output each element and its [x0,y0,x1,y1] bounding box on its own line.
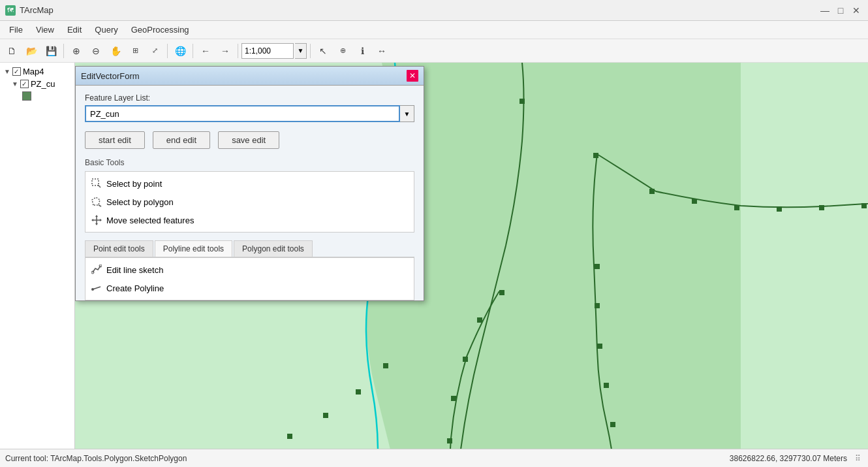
menu-bar: File View Edit Query GeoProcessing [0,21,868,39]
svg-marker-35 [91,219,93,221]
info-button[interactable]: ℹ [353,42,371,60]
end-edit-button[interactable]: end edit [153,131,210,149]
svg-rect-27 [356,389,361,395]
current-tool-label: Current tool: [5,454,48,463]
toolbar: 🗋 📂 💾 ⊕ ⊖ ✋ ⊞ ⤢ 🌐 ← → ▼ ↖ ⊕ ℹ ↔ [0,39,868,63]
move-icon [91,214,102,226]
feature-layer-dropdown-arrow[interactable]: ▼ [400,105,414,122]
expand-map4-icon[interactable]: ▼ [4,68,10,75]
zoom-dropdown-arrow[interactable]: ▼ [295,43,307,59]
svg-rect-4 [593,153,598,158]
menu-edit[interactable]: Edit [61,22,88,37]
select-button[interactable]: ↖ [314,42,332,60]
basic-tools-label: Basic Tools [85,158,414,167]
menu-view[interactable]: View [29,22,61,37]
pzcu-label: PZ_cu [31,79,55,89]
save-button[interactable]: 💾 [42,42,60,60]
point-edit-tab[interactable]: Point edit tools [85,240,153,257]
status-bar: Current tool: TArcMap.Tools.Polygon.Sket… [0,449,868,467]
svg-marker-33 [95,215,98,217]
minimize-button[interactable]: — [818,4,831,17]
zoom-out-button[interactable]: ⊖ [87,42,105,60]
select-by-point-label: Select by point [106,179,162,189]
separator-3 [193,44,193,58]
main-area: ▼ Map4 ▼ PZ_cu [0,63,868,449]
svg-point-38 [99,265,102,267]
zoom-input[interactable] [241,43,294,59]
menu-query[interactable]: Query [88,22,124,37]
status-handle-icon: ⠿ [852,453,863,464]
select-by-polygon-item[interactable]: Select by polygon [85,193,414,211]
menu-geoprocessing[interactable]: GeoProcessing [125,22,196,37]
status-coords: 38626822.66, 3297730.07 Meters [730,454,847,463]
start-edit-button[interactable]: start edit [85,131,145,149]
svg-line-30 [98,185,101,187]
svg-line-32 [99,205,101,206]
separator-4 [238,44,238,58]
left-panel: ▼ Map4 ▼ PZ_cu [0,63,75,449]
feature-layer-label: Feature Layer List: [85,93,414,103]
edit-line-sketch-item[interactable]: Edit line sketch [85,261,414,279]
svg-point-37 [91,271,94,274]
create-polyline-item[interactable]: Create Polyline [85,279,414,297]
title-bar: 🗺 TArcMap — □ ✕ [0,0,868,21]
separator-2 [167,44,168,58]
window-title: TArcMap [20,5,54,15]
select-by-polygon-label: Select by polygon [106,197,174,207]
move-selected-item[interactable]: Move selected features [85,211,414,229]
current-tool-value: TArcMap.Tools.Polygon.SketchPolygon [50,454,187,463]
open-button[interactable]: 📂 [22,42,40,60]
svg-marker-34 [95,223,98,225]
map4-checkbox[interactable] [12,67,21,76]
forward-button[interactable]: → [216,42,234,60]
polyline-edit-tab[interactable]: Polyline edit tools [155,240,232,257]
zoom-extent-button[interactable]: ⤢ [146,42,164,60]
maximize-button[interactable]: □ [834,4,847,17]
separator-5 [310,44,311,58]
tools-list: Select by point Select by polygon [85,171,414,233]
app-icon: 🗺 [5,5,16,16]
polyline-tools-list: Edit line sketch Create Polyline [85,257,414,300]
edit-line-sketch-icon [91,264,102,276]
back-button[interactable]: ← [196,42,215,60]
new-button[interactable]: 🗋 [3,42,21,60]
svg-marker-36 [100,219,102,221]
expand-pzcu-icon[interactable]: ▼ [12,80,18,88]
measure-button[interactable]: ↔ [373,42,391,60]
edit-vector-dialog[interactable]: EditVectorForm ✕ Feature Layer List: ▼ s… [75,66,424,301]
svg-rect-26 [323,413,328,418]
map4-label: Map4 [23,67,44,76]
svg-rect-19 [499,290,504,295]
select-by-point-item[interactable]: Select by point [85,174,414,193]
feature-layer-dropdown-row: ▼ [85,105,414,122]
feature-layer-input[interactable] [85,105,400,122]
layer-tree: ▼ Map4 ▼ PZ_cu [0,63,74,103]
svg-rect-25 [287,434,292,439]
xy-button[interactable]: ⊕ [333,42,352,60]
title-bar-controls: — □ ✕ [818,4,863,17]
globe-button[interactable]: 🌐 [171,42,189,60]
zoom-in-button[interactable]: ⊕ [67,42,85,60]
pzcu-checkbox[interactable] [20,80,29,88]
map-area[interactable]: EditVectorForm ✕ Feature Layer List: ▼ s… [75,63,868,449]
edit-buttons-row: start edit end edit save edit [85,131,414,149]
svg-marker-31 [92,197,100,205]
current-tool-display: Current tool: TArcMap.Tools.Polygon.Sket… [5,454,730,463]
svg-rect-9 [610,422,615,427]
move-selected-label: Move selected features [106,216,194,225]
select-point-icon [91,178,102,189]
polygon-edit-tab[interactable]: Polygon edit tools [234,240,313,257]
close-window-button[interactable]: ✕ [850,4,863,17]
full-extent-button[interactable]: ⊞ [126,42,144,60]
layer-item-pzcu: ▼ PZ_cu [3,78,72,90]
dialog-body: Feature Layer List: ▼ start edit end edi… [76,86,424,300]
svg-rect-5 [595,264,600,269]
save-edit-button[interactable]: save edit [218,131,279,149]
svg-rect-8 [604,383,609,388]
svg-rect-3 [519,99,525,104]
svg-rect-29 [92,179,99,185]
edit-line-sketch-label: Edit line sketch [106,265,163,275]
dialog-close-button[interactable]: ✕ [407,70,418,82]
pan-button[interactable]: ✋ [106,42,125,60]
menu-file[interactable]: File [3,22,29,37]
